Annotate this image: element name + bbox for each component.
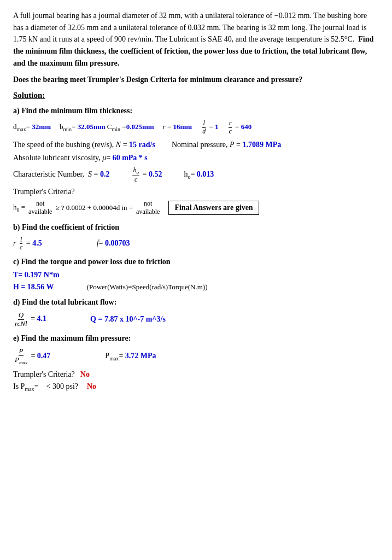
ho-val: ho= 0.013	[184, 170, 214, 180]
char-number: Characteristic Number, S = 0.2	[13, 170, 109, 179]
nominal-value: 1.7089 MPa	[243, 141, 282, 149]
ho-eq: h0 =	[13, 203, 25, 213]
r-value: 16mm	[173, 122, 192, 131]
trumpler2-answer: No	[80, 370, 90, 379]
l-d-value: 1	[215, 122, 219, 131]
final-answer-box: Final Answers are given	[168, 201, 259, 215]
final-answers-text: Final Answers are given	[174, 203, 253, 212]
rl-c-value: 4.5	[32, 239, 42, 247]
ho-num: 0.013	[197, 170, 214, 178]
part-a-header: a) Find the minimum film thickness:	[13, 107, 379, 115]
nominal-pressure: Nominal pressure, P = 1.7089 MPa	[172, 141, 281, 149]
pmax-check-label: Is Pmax=	[13, 382, 39, 392]
dmax-label: dmax= 32mm	[13, 122, 51, 132]
design-criteria-question: Does the bearing meet Trumpler's Design …	[13, 75, 379, 84]
f-value: 0.00703	[105, 239, 130, 247]
speed-label: The speed of the bushing (rev/s), N = 15…	[13, 141, 155, 149]
power-value: H = 18.56 W	[13, 283, 54, 291]
pmax-check-answer: No	[87, 382, 96, 391]
bmin-value: 32.05mm	[78, 122, 106, 131]
part-e-header: e) Find the maximum film pressure:	[13, 334, 379, 343]
viscosity-value: 60 mPa * s	[113, 154, 148, 162]
power-note: (Power(Watts)=Speed(rad/s)Torque(N.m))	[87, 283, 208, 291]
part-c-header: c) Find the torque and power loss due to…	[13, 258, 379, 266]
speed-value: 15 rad/s	[129, 141, 155, 149]
cmin-value: 0.025mm	[126, 122, 154, 131]
pmax-less-label: < 300 psi?	[46, 382, 78, 391]
r-label: r = 16mm	[163, 122, 192, 131]
bmin-label: bmin= 32.05mm Cmin =0.025mm	[60, 122, 154, 132]
rl-c-ratio: r l c = 4.5	[13, 236, 42, 251]
viscosity-label: Absolute lubricant viscosity, μ= 60 mPa …	[13, 154, 148, 162]
pmax-num: 3.72 MPa	[125, 352, 156, 360]
r-over-c: r c = 640	[227, 120, 251, 135]
geq-sign: ≥ ? 0.0002 + 0.00004d in =	[55, 203, 133, 212]
trumpler2-label: Trumpler's Criteria?	[13, 370, 75, 379]
part-b-header: b) Find the coefficient of friction	[13, 223, 379, 232]
l-over-d: l d = 1	[201, 120, 218, 135]
q-value: Q = 7.87 x 10^-7 m^3/s	[90, 315, 166, 324]
ho-c-value: 0.52	[149, 170, 162, 178]
torque-value: T= 0.197 N*m	[13, 271, 60, 279]
r-c-value: 640	[241, 122, 252, 131]
q-ratio-value: 4.1	[37, 314, 47, 323]
ho-over-c-ratio: ho c = 0.52	[131, 167, 162, 183]
p-pmax-ratio: P Pmax = 0.47	[13, 347, 50, 366]
not-available-1: notavailable	[28, 200, 52, 215]
pmax-value: Pmax= 3.72 MPa	[105, 352, 156, 361]
intro-bold: Find the minimum film thickness, the coe…	[13, 35, 373, 67]
friction-coeff: f= 0.00703	[97, 239, 130, 248]
char-value: 0.2	[100, 170, 110, 178]
trumpler-label: Trumpler's Criteria?	[13, 188, 75, 196]
intro-paragraph: A full journal bearing has a journal dia…	[13, 10, 379, 69]
part-d-header: d) Find the total lubricant flow:	[13, 298, 379, 307]
not-available-2: notavailable	[136, 200, 160, 215]
solution-header: Solution:	[13, 91, 379, 100]
q-ratio: Q rcNl = 4.1	[13, 311, 46, 328]
dmax-value: 32mm	[32, 122, 51, 131]
p-ratio-value: 0.47	[37, 352, 51, 360]
